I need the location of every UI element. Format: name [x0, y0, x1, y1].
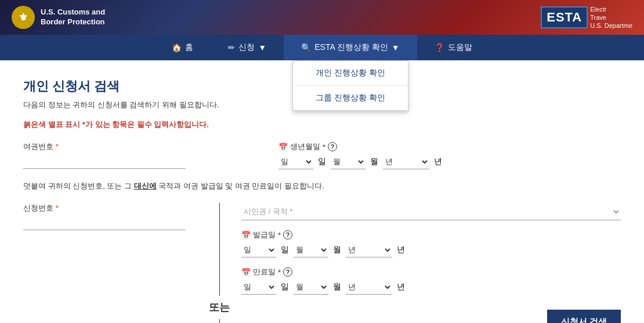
status-dropdown: 개인 진행상황 확인 그룹 진행상황 확인 — [292, 60, 408, 111]
app-number-input[interactable] — [23, 216, 186, 230]
info-text-strong: 대신에 — [134, 182, 157, 190]
dob-selects: 일 일 월 월 년 년 — [278, 154, 621, 169]
issue-day-select[interactable]: 일 — [241, 242, 276, 257]
expiry-date-group: 📅 만료일 * ? 일 일 월 월 년 — [241, 267, 621, 295]
dob-group: 📅 생년월일 * ? 일 일 월 월 년 년 — [278, 141, 621, 169]
agency-seal: ⚜ — [12, 6, 35, 29]
citizenship-select[interactable]: 시민권 / 국적 * — [241, 203, 621, 220]
issue-year-label: 년 — [397, 245, 405, 255]
issue-year-select[interactable]: 년 — [346, 242, 392, 257]
day-label: 일 — [318, 157, 326, 167]
calendar-icon-issue: 📅 — [241, 231, 251, 239]
passport-label: 여권번호 * — [23, 141, 255, 152]
dob-help-icon[interactable]: ? — [328, 142, 337, 151]
esta-badge: ESTA — [541, 6, 588, 28]
expiry-month-select[interactable]: 월 — [294, 280, 328, 295]
issue-month-label: 월 — [333, 245, 341, 255]
expiry-month-label: 월 — [333, 282, 341, 292]
agency-name: U.S. Customs and Border Protection — [41, 8, 105, 27]
app-number-section: 신청번호 * — [23, 203, 197, 230]
app-number-group: 신청번호 * — [23, 203, 186, 230]
search-icon: 🔍 — [301, 43, 311, 52]
issue-date-label: 📅 발급일 * ? — [241, 230, 621, 240]
citizenship-group: 시민권 / 국적 * — [241, 203, 621, 220]
calendar-icon: 📅 — [278, 143, 288, 151]
app-number-label: 신청번호 * — [23, 203, 186, 213]
calendar-icon-expiry: 📅 — [241, 268, 251, 277]
expiry-date-label: 📅 만료일 * ? — [241, 267, 621, 277]
issue-month-select[interactable]: 월 — [294, 242, 328, 257]
passport-input[interactable] — [23, 154, 186, 169]
dob-year-select[interactable]: 년 — [383, 154, 429, 169]
dob-label: 📅 생년월일 * ? — [278, 141, 621, 152]
issue-date-help-icon[interactable]: ? — [283, 230, 292, 239]
or-divider: 또는 — [197, 203, 241, 323]
submit-button[interactable]: 신청서 검색 — [547, 310, 621, 323]
passport-group: 여권번호 * — [23, 141, 255, 169]
citizenship-date-section: 시민권 / 국적 * 📅 발급일 * ? 일 일 월 — [241, 203, 621, 323]
chevron-down-icon: ▼ — [258, 43, 266, 52]
home-icon: 🏠 — [172, 43, 182, 52]
expiry-date-selects: 일 일 월 월 년 년 — [241, 280, 621, 295]
submit-row: 신청서 검색 — [241, 310, 621, 323]
issue-date-group: 📅 발급일 * ? 일 일 월 월 년 — [241, 230, 621, 257]
or-line-top — [219, 203, 220, 296]
dropdown-group[interactable]: 그룹 진행상황 확인 — [293, 86, 408, 110]
esta-logo: ESTA Electr Trave U.S. Departme — [541, 5, 632, 30]
nav-application[interactable]: ✏ 신청 ▼ — [211, 35, 284, 60]
dropdown-individual[interactable]: 개인 진행상황 확인 — [293, 61, 408, 86]
expiry-date-help-icon[interactable]: ? — [283, 267, 292, 277]
pencil-icon: ✏ — [228, 43, 235, 52]
dob-day-select[interactable]: 일 — [278, 154, 313, 169]
or-section: 신청번호 * 또는 시민권 / 국적 * 📅 — [23, 203, 621, 323]
agency-logo: ⚜ U.S. Customs and Border Protection — [12, 6, 105, 29]
expiry-day-label: 일 — [281, 282, 289, 292]
or-line-bottom — [219, 319, 220, 323]
or-text: 또는 — [209, 300, 230, 314]
required-note: 붉은색 별표 표시 *가 있는 항목은 필수 입력사항입니다. — [23, 119, 621, 130]
dob-month-select[interactable]: 월 — [331, 154, 366, 169]
help-icon: ❓ — [435, 43, 444, 52]
nav-status[interactable]: 🔍 ESTA 진행상황 확인 ▼ 개인 진행상황 확인 그룹 진행상황 확인 — [284, 35, 417, 60]
issue-date-selects: 일 일 월 월 년 년 — [241, 242, 621, 257]
issue-day-label: 일 — [281, 245, 289, 255]
passport-dob-row: 여권번호 * 📅 생년월일 * ? 일 일 월 월 — [23, 141, 621, 169]
header: ⚜ U.S. Customs and Border Protection EST… — [0, 0, 644, 35]
esta-subtext: Electr Trave U.S. Departme — [590, 5, 632, 30]
chevron-down-icon: ▼ — [392, 43, 400, 52]
nav-home[interactable]: 🏠 홈 — [154, 35, 211, 60]
nav-help[interactable]: ❓ 도움말 — [417, 35, 490, 60]
month-label: 월 — [370, 157, 378, 167]
expiry-year-select[interactable]: 년 — [346, 280, 392, 295]
expiry-year-label: 년 — [397, 282, 405, 292]
navbar: 🏠 홈 ✏ 신청 ▼ 🔍 ESTA 진행상황 확인 ▼ 개인 진행상황 확인 그… — [0, 35, 644, 60]
expiry-day-select[interactable]: 일 — [241, 280, 276, 295]
info-text: 덧붙여 귀하의 신청번호, 또는 그 대신에 국적과 여권 발급일 및 여권 만… — [23, 181, 621, 191]
year-label: 년 — [434, 157, 442, 167]
